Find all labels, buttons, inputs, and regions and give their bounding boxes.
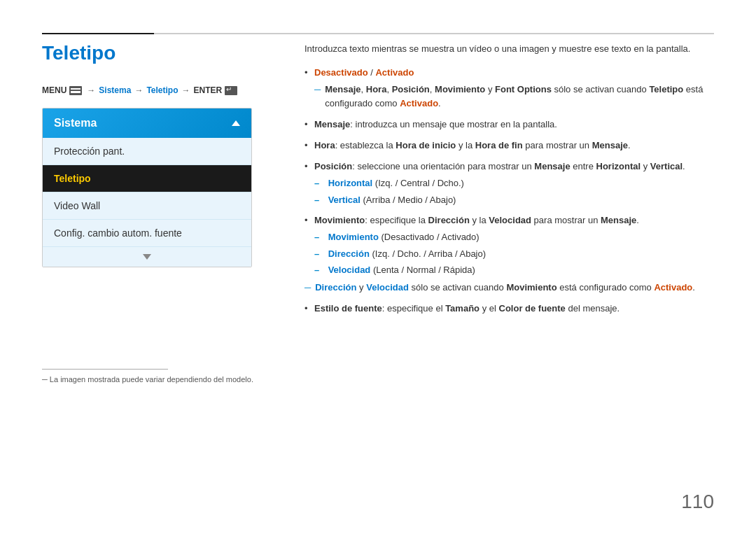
menu-icon [69, 86, 82, 95]
horizontal-bold: Horizontal [596, 161, 641, 171]
note2-text: Dirección y Velocidad sólo se activan cu… [315, 281, 695, 295]
hora-fin-label: Hora de fin [475, 140, 523, 150]
activado-label: Activado [375, 67, 414, 78]
menu-header-label: Sistema [54, 117, 97, 129]
page-number: 110 [681, 491, 714, 513]
chevron-up-icon [232, 120, 240, 126]
vertical-bold: Vertical [650, 161, 682, 171]
separator1: / [368, 67, 376, 78]
posicion-label: Posición [392, 84, 430, 94]
top-border-accent [42, 33, 154, 34]
sub-item-vertical: – Vertical (Arriba / Medio / Abajo) [314, 193, 714, 207]
dash-icon-1: – [314, 176, 319, 190]
right-column: Introduzca texto mientras se muestra un … [304, 42, 714, 323]
posicion-bold: Posición [314, 161, 352, 171]
dash-icon-5: – [314, 263, 319, 277]
breadcrumb-teletipo: Teletipo [146, 85, 178, 95]
list-item-posicion: Posición: seleccione una orientación par… [304, 160, 714, 206]
hora-label: Hora [366, 84, 387, 94]
mensaje-rest: : introduzca un mensaje que mostrar en l… [350, 119, 557, 129]
mensaje-label: Mensaje [325, 84, 360, 94]
note2-block: ─ Dirección y Velocidad sólo se activan … [304, 281, 714, 295]
velocidad-options: Velocidad (Lenta / Normal / Rápida) [326, 263, 475, 277]
note2-dash: ─ [304, 281, 311, 295]
breadcrumb-arrow2: → [134, 85, 143, 95]
movimiento-sublist: – Movimiento (Desactivado / Activado) – … [314, 230, 714, 277]
fontoptions-label: Font Options [495, 84, 552, 94]
menu-item-config[interactable]: Config. cambio autom. fuente [43, 220, 251, 247]
dash-icon-4: – [314, 247, 319, 261]
enter-icon [225, 86, 237, 95]
mensaje-ref2: Mensaje [592, 140, 628, 150]
movimiento-bold: Movimiento [314, 215, 365, 225]
vertical-options: Vertical (Arriba / Medio / Abajo) [326, 193, 456, 207]
breadcrumb-sistema: Sistema [99, 85, 131, 95]
mensaje-bold: Mensaje [314, 119, 350, 129]
teletipo-ref: Teletipo [649, 84, 683, 94]
tamano-bold: Tamaño [445, 303, 479, 314]
mensaje-ref4: Mensaje [601, 215, 636, 225]
color-bold: Color de fuente [499, 303, 566, 314]
menu-header: Sistema [43, 108, 251, 138]
breadcrumb: MENU → Sistema → Teletipo → ENTER [42, 85, 280, 95]
menu-item-teletipo[interactable]: Teletipo [43, 165, 251, 192]
note1-dash: ─ [314, 83, 321, 97]
breadcrumb-arrow3: → [182, 85, 190, 95]
list-item-estilo: Estilo de fuente: especifique el Tamaño … [304, 302, 714, 316]
hora-inicio-label: Hora de inicio [396, 140, 456, 150]
direccion-ref: Dirección [315, 282, 356, 293]
breadcrumb-arrow1: → [87, 85, 95, 95]
footnote-divider [42, 369, 168, 370]
note1-block: ─ Mensaje, Hora, Posición, Movimiento y … [314, 83, 714, 111]
velocidad-bold: Velocidad [489, 215, 531, 225]
menu-item-videowall[interactable]: Video Wall [43, 192, 251, 220]
list-item-hora: Hora: establezca la Hora de inicio y la … [304, 139, 714, 153]
direccion-bold: Dirección [428, 215, 470, 225]
breadcrumb-enter-label: ENTER [194, 85, 223, 95]
menu-panel: Sistema Protección pant. Teletipo Video … [42, 108, 252, 267]
hora-bold: Hora [314, 140, 335, 150]
horizontal-options: Horizontal (Izq. / Central / Dcho.) [326, 176, 464, 190]
velocidad-ref: Velocidad [366, 282, 409, 293]
list-item-movimiento: Movimiento: especifique la Dirección y l… [304, 213, 714, 295]
posicion-sublist: – Horizontal (Izq. / Central / Dcho.) – … [314, 176, 714, 206]
note1-text: Mensaje, Hora, Posición, Movimiento y Fo… [325, 83, 714, 111]
footnote: ─ La imagen mostrada puede variar depend… [42, 375, 253, 384]
estilo-bold: Estilo de fuente [314, 303, 382, 314]
chevron-down-icon [143, 254, 151, 260]
menu-item-proteccion[interactable]: Protección pant. [43, 138, 251, 165]
sub-item-movimiento-opt: – Movimiento (Desactivado / Activado) [314, 230, 714, 244]
sub-item-direccion: – Dirección (Izq. / Dcho. / Arriba / Aba… [314, 247, 714, 261]
list-item-onoff: Desactivado / Activado ─ Mensaje, Hora, … [304, 66, 714, 111]
sub-item-velocidad: – Velocidad (Lenta / Normal / Rápida) [314, 263, 714, 277]
activado-ref: Activado [400, 98, 438, 108]
direccion-options: Dirección (Izq. / Dcho. / Arriba / Abajo… [326, 247, 486, 261]
sub-item-horizontal: – Horizontal (Izq. / Central / Dcho.) [314, 176, 714, 190]
movimiento-ref: Movimiento [506, 282, 556, 293]
dash-icon-2: – [314, 193, 319, 207]
left-column: Teletipo MENU → Sistema → Teletipo → ENT… [42, 42, 280, 267]
content-list: Desactivado / Activado ─ Mensaje, Hora, … [304, 66, 714, 316]
intro-text: Introduzca texto mientras se muestra un … [304, 42, 714, 56]
activado-ref2: Activado [654, 282, 692, 293]
mensaje-ref3: Mensaje [534, 161, 570, 171]
dash-icon-3: – [314, 230, 319, 244]
list-item-mensaje: Mensaje: introduzca un mensaje que mostr… [304, 118, 714, 132]
movimiento-options: Movimiento (Desactivado / Activado) [326, 230, 479, 244]
page-title: Teletipo [42, 42, 280, 64]
breadcrumb-menu: MENU [42, 85, 66, 95]
movimiento-label: Movimiento [435, 84, 485, 94]
menu-footer [43, 247, 251, 267]
desactivado-label: Desactivado [314, 67, 368, 78]
